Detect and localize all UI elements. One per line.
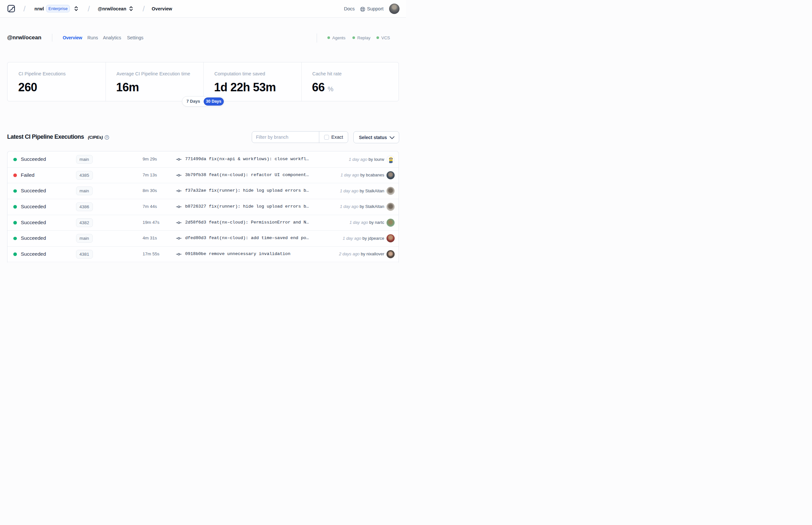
svg-text:?: ?	[106, 136, 108, 139]
